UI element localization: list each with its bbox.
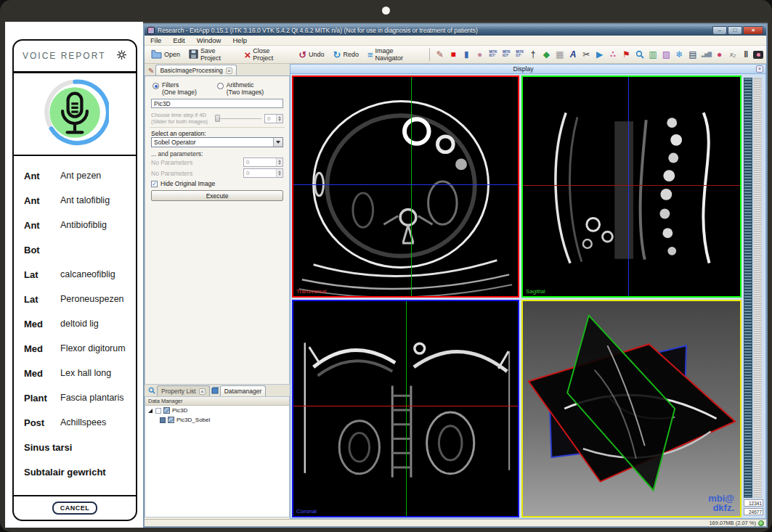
tree-node-pic3d-sobel[interactable]: Pic3D_Sobel [145,415,289,425]
tab-basic-image-processing[interactable]: BasicImageProcessing × [155,65,236,75]
maximize-button[interactable]: □ [728,26,742,35]
image-edit-icon[interactable]: ▤ [687,48,699,61]
list-item[interactable]: AntAntibiofiblig [24,213,136,237]
term-desc: Achillspees [60,417,106,427]
arithmetic-radio[interactable]: Arithmetic(Two Images) [217,82,264,97]
sphere-icon[interactable]: ● [713,48,725,61]
snowflake-icon[interactable]: ❄ [673,48,685,61]
image-navigator-button[interactable]: ≡ Image Navigator [364,46,425,63]
pointset-icon[interactable]: ∴ [607,48,619,61]
chevron-down-icon[interactable] [273,138,283,147]
grid-icon[interactable]: ▦ [554,48,566,61]
slider-handle[interactable] [215,115,220,122]
menu-help[interactable]: Help [232,36,247,44]
mitk-igt-icon[interactable]: MITK IGT¹ [487,48,499,61]
display-close-icon[interactable]: × [756,65,763,73]
param1-spinbox[interactable]: 0 [243,157,283,167]
pause-icon[interactable]: ‖ [740,48,752,61]
tab-datamanager[interactable]: Datamanager [220,385,267,396]
viewport-3d[interactable]: mbi@ dkfz. [521,300,741,517]
level-window-slider[interactable] [744,78,752,498]
list-item[interactable]: Subtalair gewricht [24,459,136,484]
list-item[interactable]: Latcalcaneofiblig [24,262,136,287]
menu-file[interactable]: File [150,36,161,44]
datamanager-view: Property List × Datamanager Data Manager [145,385,290,519]
atlas-icon[interactable]: ▨ [660,48,672,61]
list-item[interactable]: MedFlexor digitorum [24,336,136,361]
timestep-spinbox[interactable]: 0 [264,114,283,123]
level-value-field[interactable]: 12341 [744,499,763,507]
camera-icon[interactable] [753,51,763,59]
tab-close-icon[interactable]: × [226,67,232,74]
menu-edit[interactable]: Edit [173,36,184,44]
level-window-widget: 12341 24677 [744,78,763,515]
viewport-coronal[interactable]: Coronal [292,300,519,517]
measurement-icon[interactable]: ✎ [434,48,446,61]
display-body: Transversal [290,74,766,519]
crosshair-horizontal-red [293,406,518,406]
formula-icon[interactable]: x₂ [727,48,739,61]
term-label: Lat [24,294,60,305]
mitk-igt-tracking-icon[interactable]: MITK IGT¹ [500,48,512,61]
microphone-button[interactable] [41,78,109,150]
scissors-icon[interactable]: ✂ [580,48,592,61]
stop-icon[interactable]: ■ [447,48,459,61]
close-button[interactable]: × [743,26,763,35]
undo-button[interactable]: ↺ Undo [295,49,328,61]
list-item[interactable]: Sinus tarsi [24,435,136,459]
spin-arrows[interactable] [276,115,283,123]
button-label: Image Navigator [375,47,421,62]
list-item[interactable]: PlantFascia plantaris [24,385,136,410]
save-project-button[interactable]: Save Project [185,46,239,63]
node-checkbox-checked[interactable] [160,417,166,423]
pin-icon[interactable]: ⚑ [620,48,632,61]
tab-property-list[interactable]: Property List × [157,385,210,396]
list-item[interactable]: PostAchillspees [24,410,136,435]
open-button[interactable]: Open [147,48,184,62]
histogram-icon[interactable]: ▂▅▇ [700,48,712,61]
list-item[interactable]: AntAnt pezen [24,163,136,188]
toolbox-icon[interactable]: ▥ [647,48,659,61]
menubar: File Edit Window Help [145,36,766,46]
operation-combobox[interactable]: Sobel Operator [151,137,283,147]
window-titlebar[interactable]: Research - ExtApp 0.15.1 (ITK 3.16.0 VTK… [145,25,766,36]
list-item[interactable]: MedLex hall long [24,361,136,385]
window-value-field[interactable]: 24677 [744,508,763,515]
node-checkbox-unchecked[interactable] [155,408,161,414]
list-item[interactable]: AntAnt talofiblig [24,188,136,213]
list-item[interactable]: Bot [24,237,136,262]
menu-window[interactable]: Window [197,36,222,44]
volume-rendering-icon[interactable]: ▮ [460,48,472,61]
magnifier-icon[interactable] [634,48,646,61]
image-name-field[interactable] [151,99,283,108]
list-item[interactable]: Meddeltoid lig [24,311,136,336]
hide-original-checkbox[interactable]: ✓ Hide Original Image [151,180,215,187]
term-label: Bot [24,245,60,255]
cube-icon[interactable]: ◆ [540,48,552,61]
filters-radio[interactable]: Filters(One Image) [153,82,197,97]
display-header[interactable]: Display × [290,64,766,74]
timestep-slider[interactable] [215,114,264,123]
list-item[interactable]: LatPeroneuspezen [24,287,136,311]
spin-arrows[interactable] [276,169,283,177]
tree-node-pic3d[interactable]: Pic3D [145,406,289,415]
close-project-button[interactable]: × Close Project [240,46,293,63]
registration-icon[interactable]: A [567,48,579,61]
minimize-button[interactable]: – [712,26,727,35]
tracking-toolbox-icon[interactable]: † [527,48,539,61]
term-desc: Ant talofiblig [60,195,110,205]
redo-button[interactable]: ↻ Redo [330,49,362,61]
param2-spinbox[interactable]: 0 [243,168,283,178]
spin-arrows[interactable] [276,158,283,166]
operation-label: Select an operation: [151,130,206,137]
tab-close-icon[interactable]: × [199,388,206,395]
execute-button[interactable]: Execute [151,190,283,201]
mitk-gt-icon[interactable]: MITK GT¹ [514,48,526,61]
viewport-sagittal[interactable]: Sagittal [521,75,741,298]
gear-icon[interactable] [116,49,127,63]
feather-icon[interactable]: ▶ [594,48,606,61]
viewport-transversal[interactable]: Transversal [292,75,519,298]
segmentation-icon[interactable]: ● [474,48,486,61]
cancel-button[interactable]: CANCEL [52,502,98,515]
expander-icon[interactable] [148,409,153,413]
